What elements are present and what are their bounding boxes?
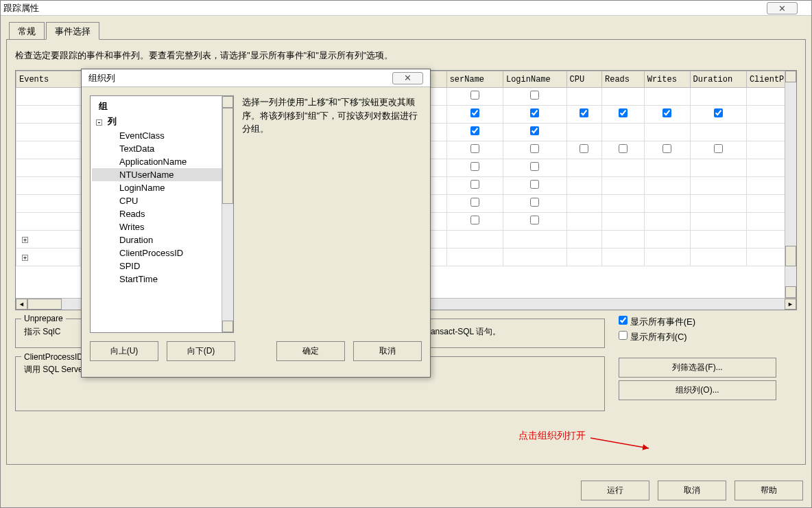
grid-cell[interactable]	[566, 141, 601, 159]
grid-cell[interactable]	[601, 159, 644, 177]
grid-cell[interactable]	[446, 213, 503, 231]
grid-cell[interactable]	[644, 231, 690, 249]
tree-scrollbar[interactable]	[222, 96, 233, 332]
col-username[interactable]: serName	[446, 71, 503, 88]
grid-cell[interactable]	[566, 159, 601, 177]
cancel-button[interactable]: 取消	[658, 481, 726, 500]
grid-cell[interactable]	[566, 213, 601, 231]
grid-cell[interactable]	[644, 249, 690, 266]
column-checkbox[interactable]	[580, 108, 588, 117]
tree-item[interactable]: StartTime	[92, 273, 232, 286]
grid-cell[interactable]	[690, 159, 746, 177]
column-checkbox[interactable]	[580, 144, 588, 153]
grid-cell[interactable]	[644, 213, 690, 231]
grid-cell[interactable]	[690, 124, 746, 141]
scroll-right-icon[interactable]: ►	[785, 299, 796, 310]
grid-cell[interactable]	[446, 195, 503, 213]
scroll-up-icon[interactable]	[222, 96, 233, 108]
grid-cell[interactable]	[446, 106, 503, 124]
scroll-down-icon[interactable]	[785, 286, 796, 298]
grid-cell[interactable]	[690, 141, 746, 159]
grid-cell[interactable]	[601, 249, 644, 266]
run-button[interactable]: 运行	[581, 481, 649, 500]
grid-cell[interactable]	[601, 124, 644, 141]
grid-cell[interactable]	[566, 106, 601, 124]
tree-item[interactable]: Writes	[92, 220, 232, 233]
grid-cell[interactable]	[644, 106, 690, 124]
column-checkbox[interactable]	[714, 144, 723, 153]
grid-cell[interactable]	[566, 88, 601, 106]
grid-cell[interactable]	[644, 124, 690, 141]
grid-cell[interactable]	[446, 141, 503, 159]
tree-item[interactable]: CPU	[92, 194, 232, 207]
grid-cell[interactable]	[601, 141, 644, 159]
grid-cell[interactable]	[503, 195, 566, 213]
column-checkbox[interactable]	[470, 198, 479, 207]
column-checkbox[interactable]	[530, 198, 539, 207]
grid-cell[interactable]	[446, 88, 503, 106]
column-checkbox[interactable]	[619, 144, 628, 153]
move-down-button[interactable]: 向下(D)	[167, 341, 235, 361]
tab-general[interactable]: 常规	[9, 22, 45, 40]
tree-item[interactable]: SPID	[92, 259, 232, 273]
column-checkbox[interactable]	[619, 108, 628, 117]
grid-cell[interactable]	[566, 177, 601, 195]
tree-root-groups[interactable]: 组	[92, 99, 232, 114]
grid-cell[interactable]	[690, 249, 746, 266]
tree-item[interactable]: Reads	[92, 207, 232, 220]
col-duration[interactable]: Duration	[690, 71, 746, 88]
grid-cell[interactable]	[644, 141, 690, 159]
grid-vscroll[interactable]	[785, 71, 796, 298]
scroll-down-icon[interactable]	[222, 321, 233, 332]
grid-cell[interactable]	[601, 195, 644, 213]
grid-cell[interactable]	[566, 249, 601, 266]
show-all-cols-checkbox[interactable]	[619, 331, 628, 340]
grid-cell[interactable]	[601, 231, 644, 249]
window-close-button[interactable]: ✕	[767, 2, 798, 14]
tree-item[interactable]: TextData	[92, 142, 232, 155]
column-checkbox[interactable]	[662, 144, 671, 153]
column-checkbox[interactable]	[470, 162, 479, 171]
column-checkbox[interactable]	[530, 216, 539, 224]
dialog-cancel-button[interactable]: 取消	[353, 341, 422, 361]
grid-cell[interactable]	[601, 106, 644, 124]
grid-cell[interactable]	[446, 249, 503, 266]
grid-cell[interactable]	[644, 177, 690, 195]
dialog-close-button[interactable]: ✕	[392, 72, 423, 84]
grid-cell[interactable]	[446, 177, 503, 195]
column-checkbox[interactable]	[530, 126, 539, 135]
grid-cell[interactable]	[601, 88, 644, 106]
scroll-thumb[interactable]	[222, 108, 233, 204]
hscroll-thumb[interactable]	[27, 299, 62, 310]
col-writes[interactable]: Writes	[644, 71, 690, 88]
column-checkbox[interactable]	[470, 91, 479, 100]
grid-cell[interactable]	[690, 177, 746, 195]
column-checkbox[interactable]	[470, 216, 479, 224]
grid-cell[interactable]	[566, 124, 601, 141]
show-all-events-checkbox[interactable]	[619, 316, 628, 325]
col-cpu[interactable]: CPU	[566, 71, 601, 88]
show-all-cols-label[interactable]: 显示所有列(C)	[619, 331, 797, 343]
scroll-left-icon[interactable]: ◄	[16, 299, 27, 310]
grid-cell[interactable]	[503, 159, 566, 177]
grid-cell[interactable]	[503, 106, 566, 124]
help-button[interactable]: 帮助	[735, 481, 803, 500]
grid-cell[interactable]	[690, 231, 746, 249]
grid-cell[interactable]	[503, 124, 566, 141]
grid-cell[interactable]	[690, 213, 746, 231]
grid-cell[interactable]	[503, 231, 566, 249]
tree-item[interactable]: ApplicationName	[92, 155, 232, 168]
grid-cell[interactable]	[601, 177, 644, 195]
grid-cell[interactable]	[644, 195, 690, 213]
grid-cell[interactable]	[503, 177, 566, 195]
collapse-icon[interactable]: -	[96, 119, 102, 126]
tree-item[interactable]: ClientProcessID	[92, 246, 232, 259]
column-checkbox[interactable]	[470, 180, 479, 189]
vscroll-thumb[interactable]	[785, 246, 796, 266]
col-loginname[interactable]: LoginName	[503, 71, 566, 88]
move-up-button[interactable]: 向上(U)	[90, 341, 158, 361]
column-checkbox[interactable]	[530, 91, 539, 100]
tree-item[interactable]: LoginName	[92, 181, 232, 194]
grid-cell[interactable]	[446, 159, 503, 177]
column-filter-button[interactable]: 列筛选器(F)...	[619, 358, 776, 378]
